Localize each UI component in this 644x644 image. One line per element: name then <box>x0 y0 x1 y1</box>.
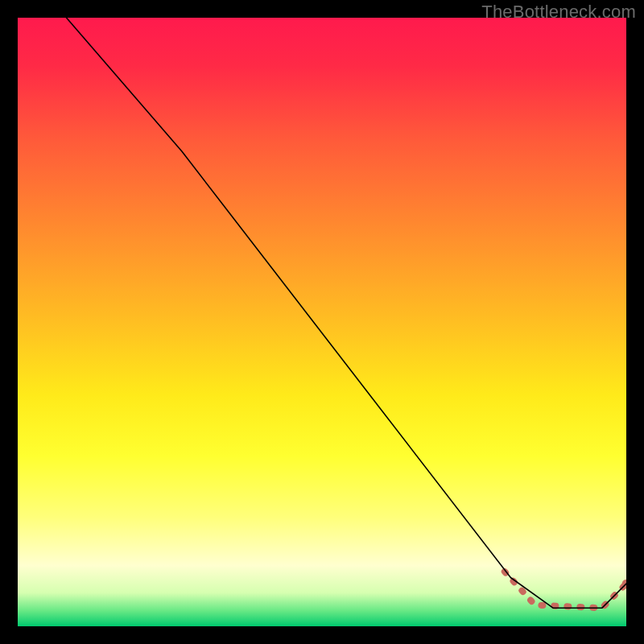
watermark-text: TheBottleneck.com <box>481 2 636 23</box>
chart-frame: TheBottleneck.com <box>0 0 644 644</box>
chart-lines <box>18 18 626 626</box>
main-curve <box>66 18 626 608</box>
plot-area <box>18 18 626 626</box>
